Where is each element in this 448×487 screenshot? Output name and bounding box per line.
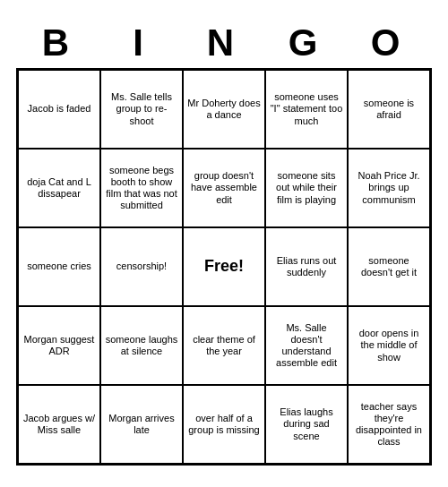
bingo-cell: someone begs booth to show film that was… bbox=[100, 149, 183, 227]
bingo-cell: Mr Doherty does a dance bbox=[183, 70, 265, 149]
bingo-cell: clear theme of the year bbox=[183, 306, 265, 385]
bingo-cell: Morgan arrives late bbox=[100, 385, 183, 464]
bingo-cell: over half of a group is missing bbox=[183, 385, 265, 464]
title-letter: N bbox=[188, 21, 260, 64]
bingo-cell: someone cries bbox=[18, 227, 100, 306]
bingo-cell: Elias laughs during sad scene bbox=[265, 385, 348, 464]
bingo-cell: Free! bbox=[183, 227, 265, 306]
bingo-cell: someone laughs at silence bbox=[100, 306, 183, 385]
bingo-cell: someone is afraid bbox=[348, 70, 430, 149]
bingo-title: BINGO bbox=[18, 21, 430, 64]
bingo-cell: Ms. Salle doesn't understand assemble ed… bbox=[265, 306, 348, 385]
bingo-cell: Ms. Salle tells group to re-shoot bbox=[100, 70, 183, 149]
bingo-cell: Noah Price Jr. brings up communism bbox=[348, 149, 430, 227]
bingo-cell: someone doesn't get it bbox=[348, 227, 430, 306]
bingo-cell: Elias runs out suddenly bbox=[265, 227, 348, 306]
bingo-cell: someone uses "I" statement too much bbox=[265, 70, 348, 149]
bingo-cell: censorship! bbox=[100, 227, 183, 306]
bingo-grid: Jacob is fadedMs. Salle tells group to r… bbox=[16, 68, 432, 466]
bingo-cell: door opens in the middle of show bbox=[348, 306, 430, 385]
bingo-cell: group doesn't have assemble edit bbox=[183, 149, 265, 227]
bingo-cell: teacher says they're disappointed in cla… bbox=[348, 385, 430, 464]
bingo-cell: Morgan suggest ADR bbox=[18, 306, 100, 385]
bingo-cell: Jacob is faded bbox=[18, 70, 100, 149]
title-letter: B bbox=[23, 21, 95, 64]
title-letter: G bbox=[271, 21, 342, 64]
bingo-cell: Jacob argues w/ Miss salle bbox=[18, 385, 100, 464]
title-letter: I bbox=[106, 21, 177, 64]
title-letter: O bbox=[353, 21, 425, 64]
bingo-cell: someone sits out while their film is pla… bbox=[265, 149, 348, 227]
bingo-cell: doja Cat and L dissapear bbox=[18, 149, 100, 227]
